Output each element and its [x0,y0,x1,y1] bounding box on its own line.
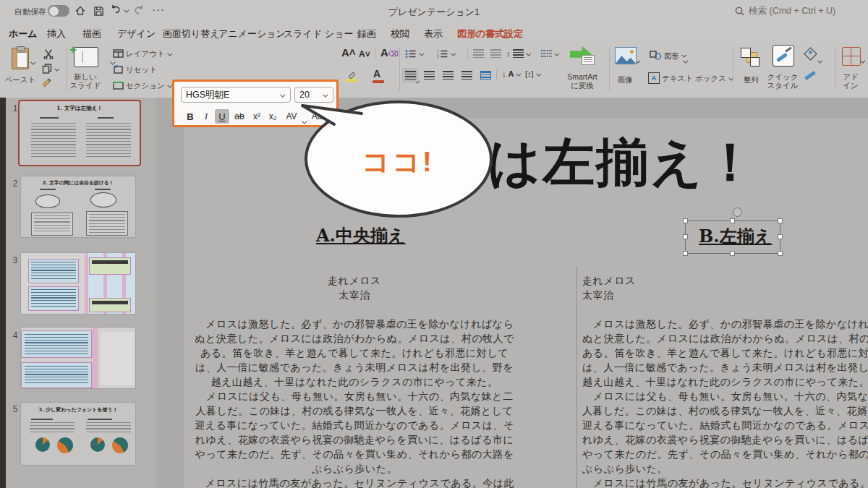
text-direction-button[interactable]: ↓A [502,69,522,78]
tab-animations[interactable]: アニメーション [217,25,287,43]
quick-style-chevron-icon[interactable] [861,59,865,64]
slide-thumbnail-3[interactable] [20,252,136,314]
new-slide-chevron-icon[interactable] [111,61,115,65]
align-text-button[interactable]: [↕] [525,69,542,78]
picture-icon[interactable] [615,47,637,64]
strikethrough-button[interactable]: ab [232,109,247,124]
slide-thumbnail-2[interactable]: 2. 文字の間には余白を設ける！ [20,176,136,238]
tab-draw[interactable]: 描画 [81,25,103,43]
align-left-button[interactable] [402,68,418,82]
cut-icon[interactable] [43,49,54,62]
line-spacing-button[interactable]: ↕ [506,49,532,58]
new-slide-icon[interactable]: + [74,47,98,67]
arrange-chevron-icon[interactable] [818,59,822,64]
grow-font-button[interactable]: A˄ [341,46,356,59]
subscript-button[interactable]: x₂ [265,109,280,124]
new-slide-label[interactable]: 新しいスライド [68,72,103,90]
svg-text:3: 3 [437,56,439,59]
align-center-button[interactable] [421,68,437,82]
quick-style-icon[interactable] [773,45,794,67]
tab-transitions[interactable]: 画面切り替え [161,25,221,43]
picture-label[interactable]: 画像 [613,75,637,84]
resize-handle[interactable] [730,218,735,223]
bold-button[interactable]: B [183,109,197,124]
arrange-label[interactable]: 整列 [739,75,762,84]
tab-home[interactable]: ホーム [7,25,39,46]
story-paragraph: メロスは激怒した。必ず、かの邪智暴虐の王を除かなければならぬと決意した。メロスに… [582,317,868,389]
tab-design[interactable]: デザイン [116,25,157,43]
tab-record[interactable]: 録画 [356,25,378,43]
arrange-icon[interactable] [741,48,760,65]
column-b-heading[interactable]: B.左揃え [699,225,772,248]
font-color-button[interactable]: A [373,68,380,80]
format-painter-icon[interactable] [42,78,54,92]
slide-thumbnail-1[interactable]: 1. 文字は左揃え！ [18,100,141,166]
resize-handle[interactable] [778,234,783,239]
shapes-button[interactable]: 図形 [650,51,687,60]
slide-canvas[interactable]: 1. 文字は左揃え！ A.中央揃え 走れメロス 太宰治 メロスは激怒した。必ず、… [184,118,868,488]
clear-formatting-button[interactable]: A⌫ [380,46,399,59]
story-paragraph: メロスには竹馬の友があった。セリヌンティウスである。今は此のシラクス [582,476,868,488]
justify-button[interactable] [459,68,475,82]
textbox-button[interactable]: A テキスト ボックス [648,72,734,84]
slide-number: 5 [10,404,20,414]
slide-number: 3 [10,255,20,265]
decrease-indent-icon[interactable] [473,49,484,58]
section-button[interactable]: セクション [113,81,173,90]
story-paragraph: メロスには父も、母も無い。女房も無い。十六の、内気な妹と二人暮しだ。この妹は、村… [192,389,517,476]
thumbnail-pie-chart [90,437,105,452]
workspace: 1 2 3 4 5 1. 文字は左揃え！ 2. 文字の間には余白を設ける！ [0,98,868,488]
copy-icon[interactable] [42,64,60,74]
distribute-text-button[interactable] [477,68,493,82]
tab-insert[interactable]: 挿入 [46,25,67,43]
tab-slideshow[interactable]: スライド ショー [282,25,354,43]
columns-button[interactable] [541,49,560,58]
slide-thumbnail-5[interactable]: 3. 少し変わったフォントを使う！ [20,402,136,466]
numbering-button[interactable]: 123 [437,49,456,59]
textbox-icon: A [648,72,660,84]
slide-thumbnail-4[interactable] [20,327,136,389]
resize-handle[interactable] [683,218,688,223]
layout-button[interactable]: レイアウト [113,49,173,58]
thumbnail-pie-chart [112,437,128,453]
shape-fill-icon[interactable] [804,47,817,60]
rotate-handle[interactable] [733,207,742,217]
story-paragraph: メロスには竹馬の友があった。セリヌンティウスである。今は此のシラクス [192,476,517,488]
column-a-heading[interactable]: A.中央揃え [316,224,406,247]
resize-handle[interactable] [683,234,688,239]
tab-review[interactable]: 校閲 [389,25,411,43]
align-right-button[interactable] [440,68,456,82]
slide-number: 4 [10,330,20,341]
resize-handle[interactable] [730,251,735,256]
underline-button[interactable]: U [215,109,229,124]
smartart-label[interactable]: SmartArtに変換 [557,72,608,90]
addins-label[interactable]: アドイン [839,72,862,90]
resize-handle[interactable] [683,251,688,256]
paste-label[interactable]: ペースト [3,75,38,84]
increase-indent-icon[interactable] [490,49,501,58]
resize-handle[interactable] [778,251,783,256]
search-box[interactable]: 検索 (Cmd + Ctrl + U) [735,5,835,17]
column-b-textbox[interactable]: 走れメロス 太宰治 メロスは激怒した。必ず、かの邪智暴虐の王を除かなければならぬ… [582,273,868,488]
paste-chevron-icon[interactable] [31,61,35,65]
ribbon-tabs: ホーム 挿入 描画 デザイン 画面切り替え アニメーション スライド ショー 録… [0,22,868,43]
story-author: 太宰治 [582,288,868,302]
reset-button[interactable]: リセット [113,65,157,74]
resize-handle[interactable] [778,218,783,223]
bullets-button[interactable] [405,49,425,59]
font-name-select[interactable]: HGS明朝E [181,87,291,103]
selection-box[interactable]: B.左揃え [685,221,780,254]
addins-icon[interactable] [842,47,861,66]
tab-view[interactable]: 表示 [422,25,444,43]
paste-icon[interactable] [12,48,29,69]
tab-shape-format[interactable]: 図形の書式設定 [456,25,524,43]
shrink-font-button[interactable]: A˅ [359,49,370,59]
text-highlight-button[interactable] [346,69,357,82]
title-bar: 自動保存 ··· プレゼンテーション1 検索 (Cmd + Ctrl + U) [0,0,868,22]
column-a-textbox[interactable]: 走れメロス 太宰治 メロスは激怒した。必ず、かの邪智暴虐の王を除かなければならぬ… [192,273,517,488]
smartart-icon[interactable] [570,46,592,62]
shape-outline-icon[interactable] [804,71,816,80]
italic-button[interactable]: I [199,109,213,124]
quick-style-label[interactable]: クイックスタイル [767,72,799,90]
superscript-button[interactable]: x² [250,109,264,124]
